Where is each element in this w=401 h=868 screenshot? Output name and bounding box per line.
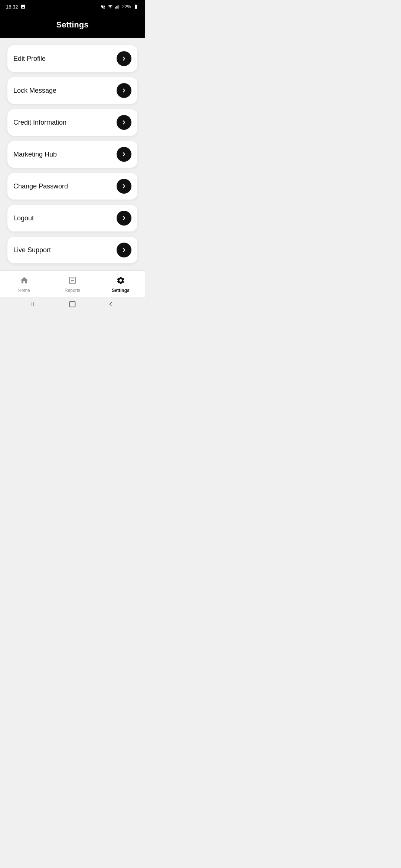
svg-rect-1 [116,6,117,9]
svg-rect-3 [118,5,119,9]
mute-icon [100,4,105,9]
system-nav [0,297,145,313]
menu-item-lock-message[interactable]: Lock Message [7,77,137,104]
chevron-right-icon-live-support [117,243,131,257]
back-button[interactable] [107,300,114,308]
chevron-right-icon-edit-profile [117,51,131,66]
battery-level: 22% [122,4,131,9]
menu-item-label-credit-information: Credit Information [13,119,66,126]
status-bar-right: 22% [100,4,139,9]
chevron-right-icon-marketing-hub [117,147,131,162]
page-title: Settings [56,20,89,29]
svg-rect-8 [32,302,32,306]
home-nav-icon [20,276,29,286]
home-button[interactable] [69,300,76,308]
menu-item-marketing-hub[interactable]: Marketing Hub [7,141,137,168]
chevron-right-icon-change-password [117,179,131,194]
menu-item-label-edit-profile: Edit Profile [13,55,46,63]
page-header: Settings [0,13,145,38]
settings-nav-icon [116,276,125,286]
menu-item-logout[interactable]: Logout [7,205,137,231]
signal-icon [115,4,120,9]
nav-item-label-home: Home [18,288,30,293]
status-bar-left: 18:32 [6,4,26,10]
wifi-icon [107,4,113,9]
bottom-nav: Home Reports Settings [0,270,145,297]
photo-icon [20,4,26,9]
chevron-right-icon-logout [117,211,131,226]
menu-item-label-change-password: Change Password [13,183,68,190]
menu-list: Edit Profile Lock Message Credit Informa… [0,38,145,267]
menu-item-live-support[interactable]: Live Support [7,237,137,263]
status-time: 18:32 [6,4,18,10]
svg-rect-2 [117,6,118,9]
nav-item-label-reports: Reports [65,288,80,293]
nav-item-settings[interactable]: Settings [97,274,145,295]
menu-item-label-marketing-hub: Marketing Hub [13,151,57,158]
menu-item-label-lock-message: Lock Message [13,87,56,95]
menu-item-label-logout: Logout [13,214,34,222]
menu-item-edit-profile[interactable]: Edit Profile [7,45,137,72]
menu-item-credit-information[interactable]: Credit Information [7,109,137,136]
menu-item-change-password[interactable]: Change Password [7,173,137,200]
recent-apps-button[interactable] [30,300,38,308]
status-bar: 18:32 22% [0,0,145,13]
chevron-right-icon-credit-information [117,115,131,130]
svg-rect-10 [69,302,75,307]
nav-item-label-settings: Settings [112,288,129,293]
nav-item-reports[interactable]: Reports [48,274,97,295]
nav-item-home[interactable]: Home [0,274,48,295]
chevron-right-icon-lock-message [117,83,131,98]
battery-icon [133,4,139,9]
menu-item-label-live-support: Live Support [13,246,51,254]
reports-nav-icon [68,276,77,286]
svg-rect-0 [115,7,116,9]
svg-rect-9 [33,302,33,306]
